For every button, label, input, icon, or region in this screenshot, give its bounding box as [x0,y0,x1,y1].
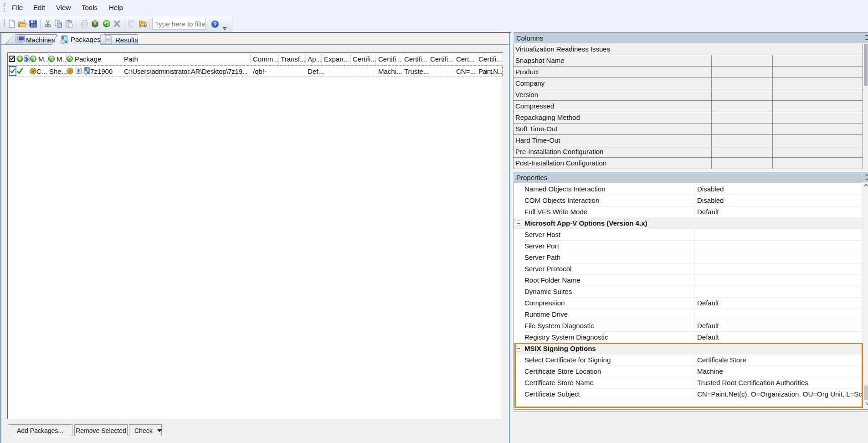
svg-text:?: ? [213,21,216,27]
